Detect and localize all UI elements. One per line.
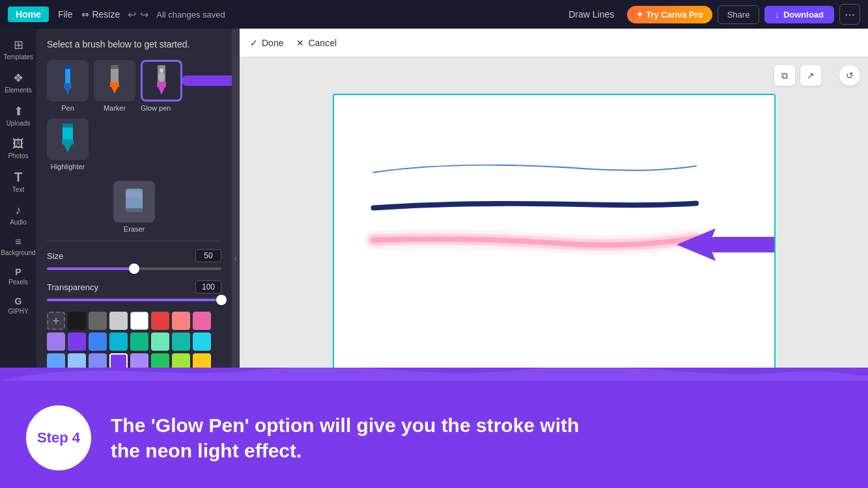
highlighter-label: Highlighter (51, 163, 85, 170)
photos-icon: 🖼 (12, 137, 24, 151)
sidebar-item-elements[interactable]: ❖ Elements (1, 67, 35, 98)
eraser-label: Eraser (124, 225, 145, 233)
color-swatch-teal2[interactable] (172, 332, 190, 351)
brush-item-marker[interactable]: Marker (94, 60, 135, 113)
transparency-value-box[interactable]: 100 (195, 280, 221, 293)
undo-button[interactable]: ↩ (128, 8, 136, 21)
transparency-control-label: Transparency 100 (47, 280, 221, 293)
color-swatch-pink[interactable] (193, 312, 211, 330)
sidebar-item-pexels[interactable]: P Pexels (1, 263, 35, 290)
brush-arrow-annotation (182, 66, 232, 95)
color-swatch-mint[interactable] (151, 332, 169, 351)
topnav: Home File ⇔ Resize ↩ ↪ All changes saved… (0, 0, 868, 29)
color-swatch-sky[interactable] (193, 332, 211, 351)
color-swatch-teal[interactable] (130, 332, 148, 351)
refresh-icon: ↺ (846, 70, 854, 81)
wave-svg (0, 368, 868, 381)
download-button[interactable]: ↓ Download (764, 6, 834, 23)
draw-lines-button[interactable]: Draw Lines (561, 5, 622, 23)
color-swatch-purple-light[interactable] (47, 332, 65, 351)
drawing-canvas[interactable] (333, 94, 776, 393)
pen-icon-wrap (47, 60, 89, 102)
pexels-icon: P (15, 267, 21, 277)
step-description: The 'Glow Pen' option will give you the … (111, 413, 579, 463)
sidebar-item-audio[interactable]: ♪ Audio (1, 200, 35, 230)
color-swatch-blue[interactable] (89, 332, 107, 351)
brush-grid: Pen Marker (47, 60, 221, 170)
giphy-icon: G (15, 296, 22, 306)
sidebar-item-uploads[interactable]: ⬆ Uploads (1, 100, 35, 131)
background-icon: ≡ (15, 236, 21, 248)
elements-icon: ❖ (13, 71, 23, 85)
file-menu[interactable]: File (51, 7, 79, 22)
step-circle: Step 4 (26, 405, 91, 470)
resize-icon: ⇔ (81, 9, 89, 20)
marker-label: Marker (104, 104, 126, 112)
x-icon: ✕ (296, 38, 304, 48)
brush-item-highlighter[interactable]: Highlighter (47, 118, 89, 170)
marker-icon-wrap (94, 60, 135, 102)
undo-redo: ↩ ↪ (128, 8, 148, 21)
color-swatch-black[interactable] (68, 312, 86, 330)
done-button[interactable]: ✓ Done (250, 38, 283, 48)
templates-icon: ⊞ (14, 38, 23, 52)
sidebar-item-giphy[interactable]: G GIPHY (1, 292, 35, 319)
pen-svg (56, 64, 79, 98)
color-swatch-lightgray[interactable] (109, 312, 128, 330)
svg-rect-16 (62, 139, 74, 144)
cancel-button[interactable]: ✕ Cancel (296, 38, 337, 48)
brush-panel-title: Select a brush below to get started. (47, 39, 221, 49)
color-swatch-white[interactable] (130, 312, 148, 330)
brush-item-glow-pen[interactable]: Glow pen (141, 60, 182, 113)
sidebar-item-photos[interactable]: 🖼 Photos (1, 133, 35, 163)
svg-rect-14 (182, 75, 232, 86)
svg-rect-18 (63, 124, 73, 128)
color-swatch-purple[interactable] (68, 332, 86, 351)
sidebar-item-templates[interactable]: ⊞ Templates (1, 34, 35, 64)
svg-rect-1 (64, 83, 72, 88)
color-swatch-red[interactable] (151, 312, 169, 330)
sidebar-item-text[interactable]: T Text (1, 166, 35, 197)
size-slider[interactable] (47, 267, 221, 270)
transparency-slider-thumb[interactable] (216, 295, 227, 305)
transparency-slider[interactable] (47, 299, 221, 301)
more-options-button[interactable]: ⋯ (839, 4, 860, 25)
svg-marker-17 (64, 144, 72, 152)
redo-button[interactable]: ↪ (140, 8, 148, 21)
svg-marker-2 (65, 88, 70, 95)
bottom-content: Step 4 The 'Glow Pen' option will give y… (0, 387, 868, 488)
color-swatch-lightred[interactable] (172, 312, 190, 330)
sidebar-item-background[interactable]: ≡ Background (1, 232, 35, 260)
size-slider-track (47, 267, 221, 270)
expand-button[interactable]: ↗ (800, 65, 821, 86)
share-button[interactable]: Share (718, 5, 760, 24)
svg-point-11 (158, 72, 165, 82)
try-canva-pro-button[interactable]: ✦ Try Canva Pro (627, 6, 712, 23)
svg-marker-10 (158, 87, 165, 95)
transparency-slider-fill (47, 299, 221, 301)
size-value-box[interactable]: 50 (195, 249, 221, 262)
star-icon: ✦ (636, 10, 643, 20)
svg-rect-23 (709, 237, 776, 252)
checkmark-icon: ✓ (250, 38, 258, 48)
brush-item-eraser[interactable]: Eraser (47, 181, 221, 233)
size-control-label: Size 50 (47, 249, 221, 262)
brush-item-pen[interactable]: Pen (47, 60, 89, 113)
svg-point-12 (160, 68, 163, 72)
color-swatch-cyan[interactable] (109, 332, 128, 351)
marker-svg (103, 64, 126, 98)
glow-pen-svg (150, 64, 173, 98)
add-color-swatch[interactable]: + (47, 312, 65, 330)
transparency-slider-track (47, 299, 221, 301)
pen-label: Pen (61, 104, 74, 112)
copy-page-button[interactable]: ⧉ (774, 65, 795, 86)
copy-icon: ⧉ (781, 70, 788, 81)
svg-rect-9 (157, 82, 166, 87)
color-swatch-gray[interactable] (89, 312, 107, 330)
resize-menu[interactable]: ⇔ Resize (81, 9, 120, 20)
refresh-button[interactable]: ↺ (839, 65, 860, 86)
home-button[interactable]: Home (8, 7, 49, 22)
panel-divider-1 (47, 241, 221, 241)
size-slider-thumb[interactable] (129, 264, 139, 274)
save-status: All changes saved (156, 10, 225, 20)
